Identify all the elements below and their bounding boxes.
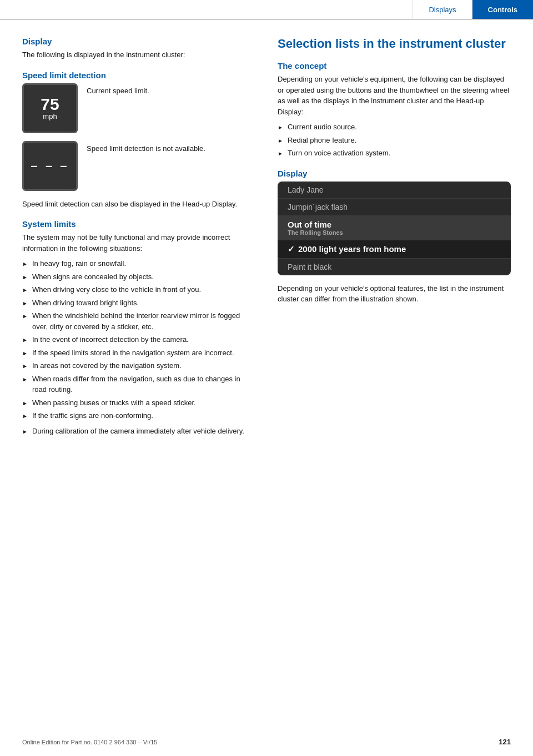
speed-limit-title: Speed limit detection: [22, 70, 255, 80]
tab-displays-label: Displays: [429, 6, 456, 14]
cluster-caption: Depending on your vehicle's optional fea…: [278, 283, 511, 305]
cluster-row-sub: The Rolling Stones: [288, 229, 501, 236]
list-item: ►In the event of incorrect detection by …: [22, 334, 255, 345]
list-item: ►When the windshield behind the interior…: [22, 310, 255, 332]
system-limits-title: System limits: [22, 219, 255, 229]
selection-title: Selection lists in the instrument cluste…: [278, 37, 511, 51]
cluster-row-text: Jumpin´jack flash: [288, 203, 501, 211]
concept-list: ►Current audio source.►Redial phone feat…: [278, 122, 511, 159]
list-item: ►In heavy fog, rain or snowfall.: [22, 258, 255, 269]
speed-sign-na: – – –: [22, 141, 78, 191]
tab-controls[interactable]: Controls: [472, 0, 533, 19]
header-tabs: Displays Controls: [413, 0, 533, 19]
list-item: ►In areas not covered by the navigation …: [22, 360, 255, 371]
speed-also-text: Speed limit detection can also be displa…: [22, 199, 255, 210]
bullet-arrow: ►: [278, 149, 283, 158]
display-intro: The following is displayed in the instru…: [22, 49, 255, 61]
list-item: ►If the speed limits stored in the navig…: [22, 347, 255, 359]
display-title: Display: [22, 37, 255, 46]
edition-text: Online Edition for Part no. 0140 2 964 3…: [22, 739, 157, 745]
list-item: ►Redial phone feature.: [278, 135, 511, 146]
speed-sign-75: 75 mph: [22, 83, 78, 133]
list-item: ►If the traffic signs are non-conforming…: [22, 410, 255, 421]
system-limits-list: ►In heavy fog, rain or snowfall.►When si…: [22, 258, 255, 421]
system-limits-intro: The system may not be fully functional a…: [22, 232, 255, 254]
bullet-arrow: ►: [22, 286, 28, 294]
speed-sign-row-1: 75 mph Current speed limit.: [22, 83, 255, 133]
speed-number: 75: [41, 96, 59, 113]
bullet-arrow: ►: [22, 412, 28, 420]
page-number: 121: [499, 738, 511, 746]
bullet-arrow: ►: [22, 375, 28, 384]
bullet-arrow: ►: [278, 137, 283, 145]
cluster-row-text: Lady Jane: [288, 185, 501, 194]
concept-title: The concept: [278, 61, 511, 70]
list-item: ►When passing buses or trucks with a spe…: [22, 397, 255, 409]
bullet-arrow: ►: [22, 399, 28, 407]
cluster-row: Out of timeThe Rolling Stones: [278, 216, 511, 240]
cluster-row: Lady Jane: [278, 182, 511, 199]
bullet-arrow: ►: [22, 362, 28, 370]
list-item: ►When driving toward bright lights.: [22, 298, 255, 309]
calibration-note: ►During calibration of the camera immedi…: [22, 426, 255, 437]
display-title-2: Display: [278, 169, 511, 178]
cluster-row-text: Out of time: [288, 220, 501, 229]
bullet-arrow: ►: [22, 336, 28, 344]
cluster-row: Jumpin´jack flash: [278, 199, 511, 216]
speed-caption-1: Current speed limit.: [87, 85, 149, 97]
page-footer: Online Edition for Part no. 0140 2 964 3…: [0, 738, 533, 746]
calibration-arrow: ►: [22, 429, 28, 435]
tab-controls-label: Controls: [488, 6, 517, 14]
list-item: ►When roads differ from the navigation, …: [22, 374, 255, 395]
speed-caption-2: Speed limit detection is not available.: [87, 143, 205, 154]
bullet-arrow: ►: [22, 312, 28, 320]
left-column: Display The following is displayed in th…: [22, 37, 255, 441]
list-item: ►When signs are concealed by objects.: [22, 271, 255, 283]
cluster-row-text: Paint it black: [288, 263, 501, 271]
speed-sign-row-2: – – – Speed limit detection is not avail…: [22, 141, 255, 191]
cluster-row: Paint it black: [278, 259, 511, 275]
cluster-display: Lady JaneJumpin´jack flashOut of timeThe…: [278, 182, 511, 275]
list-item: ►When driving very close to the vehicle …: [22, 284, 255, 295]
speed-dashes: – – –: [31, 160, 69, 172]
cluster-row: ✓2000 light years from home: [278, 240, 511, 259]
bullet-arrow: ►: [22, 273, 28, 281]
bullet-arrow: ►: [22, 260, 28, 268]
tab-displays[interactable]: Displays: [413, 0, 471, 19]
bullet-arrow: ►: [22, 299, 28, 308]
bullet-arrow: ►: [278, 123, 283, 132]
concept-text: Depending on your vehicle's equipment, t…: [278, 74, 511, 117]
right-column: Selection lists in the instrument cluste…: [278, 37, 511, 441]
list-item: ►Current audio source.: [278, 122, 511, 133]
speed-unit: mph: [43, 113, 57, 120]
list-item: ►Turn on voice activation system.: [278, 148, 511, 159]
main-content: Display The following is displayed in th…: [0, 20, 533, 468]
page-header: Displays Controls: [0, 0, 533, 20]
bullet-arrow: ►: [22, 349, 28, 357]
cluster-row-text: ✓2000 light years from home: [288, 244, 501, 254]
